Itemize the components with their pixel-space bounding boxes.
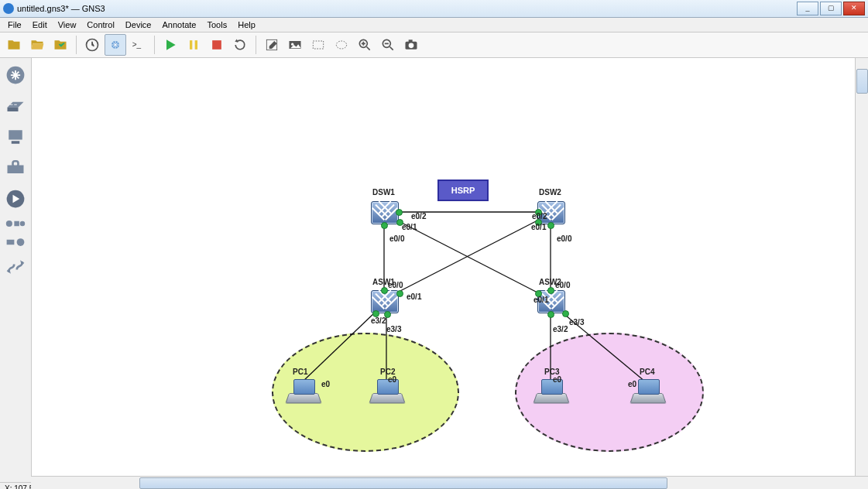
device-enddevice-button[interactable] <box>2 123 29 151</box>
label-dsw1: DSW1 <box>372 188 395 197</box>
svg-rect-15 <box>409 39 413 42</box>
window-titlebar: untitled.gns3* — GNS3 _ ▢ ✕ <box>0 0 868 18</box>
svg-point-14 <box>409 43 414 49</box>
new-project-button[interactable] <box>3 34 25 56</box>
status-dsw1-e02 <box>396 209 403 216</box>
port-dsw1-e02: e0/2 <box>411 212 426 221</box>
maximize-button[interactable]: ▢ <box>820 2 842 15</box>
device-security-button[interactable] <box>2 154 29 182</box>
save-project-button[interactable] <box>50 34 71 56</box>
annotation-hsrp[interactable]: HSRP <box>437 180 489 201</box>
horizontal-scroll-thumb[interactable] <box>139 477 667 489</box>
svg-point-8 <box>291 43 293 46</box>
svg-point-26 <box>17 238 25 246</box>
svg-rect-23 <box>14 221 19 227</box>
status-dsw1-e00 <box>381 222 388 229</box>
menu-device[interactable]: Device <box>121 19 156 30</box>
snapshot-button[interactable] <box>400 34 422 56</box>
device-switch-button[interactable] <box>2 92 29 120</box>
port-asw1-e01: e0/1 <box>407 292 421 301</box>
port-pc4-e0: e0 <box>628 380 636 388</box>
port-asw1-e33: e3/3 <box>386 325 401 333</box>
annotate-text-button[interactable] <box>261 34 283 56</box>
device-toolbar <box>0 58 32 482</box>
label-pc4: PC4 <box>640 368 654 376</box>
svg-line-31 <box>397 221 537 292</box>
menu-edit[interactable]: Edit <box>28 19 52 30</box>
status-asw2-e32 <box>547 311 554 318</box>
label-pc1: PC1 <box>293 368 307 376</box>
svg-point-10 <box>336 41 346 49</box>
clock-icon[interactable] <box>81 34 103 56</box>
close-button[interactable]: ✕ <box>843 2 865 15</box>
menu-tools[interactable]: Tools <box>203 19 232 30</box>
port-dsw1-e01: e0/1 <box>402 223 417 231</box>
menubar: File Edit View Control Device Annotate T… <box>0 18 868 32</box>
svg-rect-9 <box>313 41 323 49</box>
svg-rect-5 <box>212 40 221 50</box>
node-dsw1[interactable] <box>371 201 399 224</box>
port-pc2-e0: e0 <box>388 375 396 384</box>
app-icon <box>3 3 14 14</box>
stop-all-button[interactable] <box>206 34 228 56</box>
port-dsw2-e01: e0/1 <box>531 223 546 231</box>
main-area: HSRP DSW1 DSW2 ASW1 ASW2 <box>0 58 868 482</box>
svg-rect-25 <box>7 240 15 245</box>
device-all-button[interactable] <box>2 185 29 213</box>
svg-point-22 <box>6 221 12 227</box>
status-asw1-e01 <box>396 290 403 297</box>
device-cloud-button[interactable] <box>2 234 29 250</box>
restart-all-button[interactable] <box>229 34 251 56</box>
vertical-scroll-thumb[interactable] <box>856 69 868 94</box>
svg-rect-20 <box>13 161 19 166</box>
svg-text:>_: >_ <box>132 40 142 49</box>
port-pc3-e0: e0 <box>553 375 561 384</box>
menu-control[interactable]: Control <box>82 19 118 30</box>
zoom-out-button[interactable] <box>377 34 399 56</box>
svg-point-24 <box>20 221 26 227</box>
menu-help[interactable]: Help <box>233 19 260 30</box>
port-asw1-e32: e3/2 <box>371 316 386 325</box>
status-dsw2-e00 <box>547 222 554 229</box>
open-project-button[interactable] <box>26 34 48 56</box>
console-button[interactable]: >_ <box>128 34 149 56</box>
annotation-text: HSRP <box>451 186 475 195</box>
menu-file[interactable]: File <box>3 19 26 30</box>
svg-rect-17 <box>9 130 22 139</box>
menu-annotate[interactable]: Annotate <box>157 19 201 30</box>
main-toolbar: >_ <box>0 32 868 58</box>
port-asw2-e01: e0/1 <box>533 296 548 304</box>
node-pc2[interactable] <box>371 379 402 404</box>
add-link-button[interactable] <box>2 253 29 281</box>
window-controls: _ ▢ ✕ <box>797 2 865 15</box>
port-dsw2-e02: e0/2 <box>532 212 547 221</box>
window-title: untitled.gns3* — GNS3 <box>17 4 105 13</box>
device-router-button[interactable] <box>2 61 29 89</box>
status-asw1-e00 <box>381 287 388 294</box>
node-pc1[interactable] <box>287 379 318 404</box>
port-asw2-e32: e3/2 <box>553 325 568 333</box>
port-asw1-e00: e0/0 <box>388 281 403 289</box>
device-group-button[interactable] <box>2 216 29 231</box>
status-asw2-e33 <box>562 310 569 317</box>
pause-all-button[interactable] <box>183 34 204 56</box>
horizontal-scrollbar[interactable] <box>31 476 868 489</box>
label-dsw2: DSW2 <box>539 188 561 197</box>
vertical-scrollbar[interactable] <box>855 58 868 482</box>
annotate-ellipse-button[interactable] <box>331 34 352 56</box>
annotate-rect-button[interactable] <box>307 34 329 56</box>
annotate-image-button[interactable] <box>284 34 306 56</box>
start-all-button[interactable] <box>160 34 181 56</box>
topology-canvas[interactable]: HSRP DSW1 DSW2 ASW1 ASW2 <box>32 58 865 482</box>
svg-rect-3 <box>190 40 192 50</box>
menu-view[interactable]: View <box>53 19 81 30</box>
port-pc1-e0: e0 <box>321 380 330 388</box>
minimize-button[interactable]: _ <box>797 2 818 15</box>
port-asw2-e33: e3/3 <box>569 318 584 327</box>
port-asw2-e00: e0/0 <box>555 281 570 289</box>
grid-icon[interactable] <box>105 34 126 56</box>
zoom-in-button[interactable] <box>354 34 376 56</box>
status-asw2-e00 <box>547 287 554 294</box>
canvas-viewport[interactable]: HSRP DSW1 DSW2 ASW1 ASW2 <box>32 58 868 482</box>
port-dsw1-e00: e0/0 <box>389 234 404 243</box>
